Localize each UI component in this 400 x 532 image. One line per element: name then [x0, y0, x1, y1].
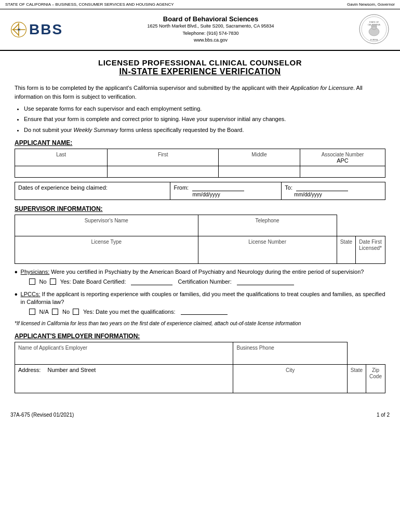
- employer-row1: Name of Applicant's Employer Business Ph…: [15, 342, 385, 365]
- number-street-label: Number and Street: [47, 367, 96, 373]
- apc-label: APC: [337, 157, 349, 164]
- to-format: mm/dd/yyyy: [285, 192, 322, 197]
- supervisor-name-cell: Supervisor's Name: [15, 215, 198, 236]
- col-assoc-num: Associate Number APC: [300, 149, 385, 166]
- employer-row2: Address: Number and Street City State Zi…: [15, 365, 385, 393]
- lpccs-na-checkbox[interactable]: [29, 309, 35, 315]
- applicant-name-table: Last First Middle Associate Number APC: [15, 149, 385, 178]
- lpccs-yes-checkbox[interactable]: [73, 309, 79, 315]
- svg-point-13: [375, 25, 377, 27]
- lpccs-heading: LPCCs:: [21, 291, 41, 297]
- physicians-no-checkbox[interactable]: [29, 278, 35, 285]
- date-first-licensed-cell: Date First Licensed*: [356, 236, 385, 264]
- footer: 37A-675 (Revised 01/2021) 1 of 2: [0, 408, 400, 422]
- physicians-yes-label: Yes: Date Board Certified:: [60, 278, 126, 285]
- header-center: Board of Behavioral Sciences 1625 North …: [63, 15, 358, 44]
- content: This form is to be completed by the appl…: [0, 81, 400, 403]
- page: STATE OF CALIFORNIA – BUSINESS, CONSUMER…: [0, 0, 400, 532]
- employer-heading: APPLICANT'S EMPLOYER INFORMATION:: [15, 332, 385, 340]
- title-instate: IN-STATE: [119, 67, 158, 76]
- title-section: LICENSED PROFESSIONAL CLINICAL COUNSELOR…: [0, 51, 400, 81]
- governor-label: Gavin Newsom, Governor: [347, 2, 395, 7]
- form-title-line2: IN-STATE EXPERIENCE VERIFICATION: [10, 67, 390, 76]
- bullet-2: Ensure that your form is complete and co…: [24, 115, 385, 123]
- lpccs-checkboxes: N/A No Yes: Date you met the qualificati…: [29, 308, 385, 315]
- org-name: Board of Behavioral Sciences: [63, 15, 358, 23]
- col-last: Last: [15, 149, 108, 166]
- col-middle: Middle: [219, 149, 300, 166]
- supervisor-row2: License Type License Number State Date F…: [15, 236, 385, 264]
- physicians-text: Were you certified in Psychiatry by the …: [51, 269, 364, 275]
- state-seal: STATE OF CALIFORNIA EUREKA: [358, 14, 390, 46]
- zip-cell: Zip Code: [366, 365, 385, 393]
- svg-point-12: [371, 25, 374, 27]
- address-line1: 1625 North Market Blvd., Suite S200, Sac…: [63, 23, 358, 30]
- bbs-letters: BBS: [29, 21, 63, 38]
- col-first: First: [108, 149, 219, 166]
- bullet-dot-2: •: [15, 290, 18, 317]
- assoc-num-cell: [300, 166, 385, 178]
- state-agency-label: STATE OF CALIFORNIA – BUSINESS, CONSUMER…: [5, 2, 174, 7]
- lpccs-text: If the applicant is reporting experience…: [21, 291, 385, 305]
- employer-name-cell: Name of Applicant's Employer: [15, 342, 233, 365]
- bbs-star-icon: ✶: [10, 21, 27, 38]
- lpccs-no-checkbox[interactable]: [52, 309, 58, 315]
- bbs-logo: ✶ BBS: [10, 21, 63, 38]
- address-line3: www.bbs.ca.gov: [63, 37, 358, 44]
- physicians-no-label: No: [39, 278, 47, 285]
- top-bar: STATE OF CALIFORNIA – BUSINESS, CONSUMER…: [0, 0, 400, 9]
- cert-num-line: [237, 278, 294, 285]
- cert-num-label: Certification Number:: [178, 278, 231, 285]
- page-number: 1 of 2: [377, 412, 390, 418]
- last-name-cell: [15, 166, 108, 178]
- license-number-cell: License Number: [198, 236, 337, 264]
- from-line: [192, 184, 244, 191]
- bullet-dot: •: [15, 268, 18, 287]
- lpccs-item: • LPCCs: If the applicant is reporting e…: [15, 290, 385, 317]
- footnote: *If licensed in California for less than…: [15, 320, 385, 327]
- svg-text:EUREKA: EUREKA: [370, 39, 378, 41]
- intro-paragraph: This form is to be completed by the appl…: [15, 84, 385, 101]
- lpccs-yes-label: Yes: Date you met the qualifications:: [83, 309, 176, 315]
- to-line: [296, 184, 348, 191]
- form-title-line1: LICENSED PROFESSIONAL CLINICAL COUNSELOR: [10, 58, 390, 67]
- applicant-name-heading: APPLICANT NAME:: [15, 139, 385, 147]
- telephone-cell: Telephone: [198, 215, 337, 236]
- employer-section: APPLICANT'S EMPLOYER INFORMATION: Name o…: [15, 332, 385, 393]
- title-suffix: EXPERIENCE VERIFICATION: [158, 67, 281, 76]
- city-cell: City: [233, 365, 347, 393]
- to-cell: To: mm/dd/yyyy: [282, 182, 385, 200]
- address-cell: Address: Number and Street: [15, 365, 233, 393]
- physicians-yes-checkbox[interactable]: [50, 278, 56, 285]
- employer-table: Name of Applicant's Employer Business Ph…: [15, 342, 385, 393]
- weekly-summary-italic: Weekly Summary: [73, 127, 118, 133]
- state-employer-cell: State: [347, 365, 366, 393]
- state-cell: State: [337, 236, 355, 264]
- bullet-3: Do not submit your Weekly Summary forms …: [24, 126, 385, 134]
- supervisor-heading: SUPERVISOR INFORMATION:: [15, 205, 385, 212]
- address-line2: Telephone: (916) 574-7830: [63, 30, 358, 37]
- dates-table: Dates of experience being claimed: From:…: [15, 182, 385, 200]
- bullet-list: Use separate forms for each supervisor a…: [24, 105, 385, 134]
- supervisor-row1: Supervisor's Name Telephone: [15, 215, 385, 236]
- state-seal-icon: STATE OF CALIFORNIA EUREKA: [358, 14, 390, 45]
- physicians-content: Physicians: Were you certified in Psychi…: [21, 268, 364, 287]
- lpccs-na-label: N/A: [39, 309, 49, 315]
- bullet-1: Use separate forms for each supervisor a…: [24, 105, 385, 113]
- middle-name-cell: [219, 166, 300, 178]
- address-label: Address:: [18, 367, 41, 373]
- from-cell: From: mm/dd/yyyy: [170, 182, 282, 200]
- supervisor-table: Supervisor's Name Telephone License Type…: [15, 215, 385, 264]
- date-qual-line: [181, 308, 228, 315]
- physicians-heading: Physicians:: [21, 269, 50, 275]
- lpccs-no-label: No: [62, 309, 70, 315]
- svg-text:✶: ✶: [17, 28, 21, 32]
- from-format: mm/dd/yyyy: [174, 192, 220, 197]
- applicant-name-header-row: Last First Middle Associate Number APC: [15, 149, 385, 166]
- physicians-checkboxes: No Yes: Date Board Certified: Certificat…: [29, 278, 364, 285]
- first-name-cell: [108, 166, 219, 178]
- header: ✶ BBS Board of Behavioral Sciences 1625 …: [0, 9, 400, 51]
- lpccs-content: LPCCs: If the applicant is reporting exp…: [21, 290, 385, 317]
- dates-label-cell: Dates of experience being claimed:: [15, 182, 170, 200]
- dates-row: Dates of experience being claimed: From:…: [15, 182, 385, 200]
